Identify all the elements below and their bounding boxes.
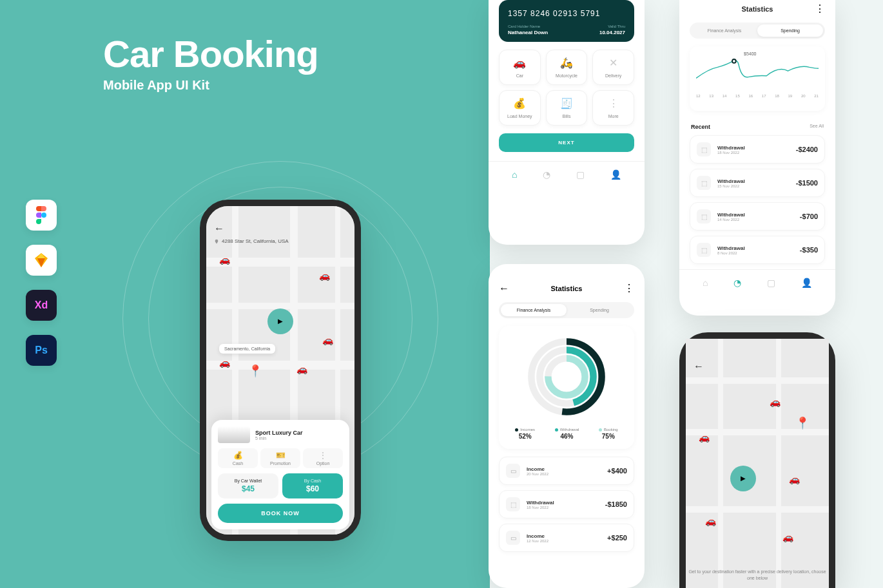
transaction-row[interactable]: ▭Income20 Nov 2022+$400 (499, 457, 634, 485)
withdrawal-icon: ⬚ (506, 497, 520, 511)
nav-stats-icon[interactable]: ◔ (733, 278, 741, 288)
cash-option[interactable]: 💰Cash (218, 448, 258, 468)
map-screen: ← 🚗 🚗 🚗 🚗 🚗 📍 Get to your destination fa… (679, 332, 835, 588)
transaction-row[interactable]: ⬚Withdrawal18 Nov 2022-$1850 (499, 490, 634, 518)
book-now-button[interactable]: BOOK NOW (218, 504, 343, 523)
tool-icons: Xd Ps (26, 200, 57, 366)
service-delivery[interactable]: ✕Delivery (592, 50, 634, 85)
location-label: Sacramento, California (219, 344, 275, 354)
tab-spending[interactable]: Spending (567, 304, 632, 316)
back-arrow-icon[interactable]: ← (214, 223, 224, 234)
see-all-link[interactable]: See All (810, 124, 824, 130)
destination-pin-icon[interactable]: 📍 (248, 364, 262, 378)
withdrawal-icon: ⬚ (697, 142, 711, 156)
wallet-screen: 1357 8246 02913 5791 Card Holder NameVal… (489, 0, 645, 245)
car-marker-icon: 🚗 (699, 432, 710, 442)
nav-profile-icon[interactable]: 👤 (610, 169, 621, 180)
card-expiry: 10.04.2027 (599, 30, 625, 35)
bottom-nav: ⌂ ◔ ▢ 👤 (679, 269, 835, 293)
tab-spending[interactable]: Spending (757, 24, 823, 37)
hero-title: Car Booking Mobile App UI Kit (103, 32, 318, 93)
credit-card[interactable]: 1357 8246 02913 5791 Card Holder NameVal… (499, 0, 634, 42)
booking-card: Sport Luxury Car 5 min 💰Cash 🎫Promotion … (211, 420, 349, 529)
address-text: 4288 Star St, California, USA (222, 238, 289, 244)
xd-icon: Xd (26, 290, 57, 321)
back-arrow-icon[interactable]: ← (694, 361, 704, 372)
service-bills[interactable]: 🧾Bills (546, 90, 588, 126)
card-number: 1357 8246 02913 5791 (508, 9, 625, 18)
subtitle-text: Mobile App UI Kit (103, 78, 318, 93)
title-text: Car Booking (103, 32, 318, 75)
tab-segmented: Finance Analysis Spending (499, 302, 634, 318)
car-marker-icon: 🚗 (219, 357, 230, 368)
transaction-row[interactable]: ⬚Withdrawal18 Nov 2022-$2400 (690, 135, 825, 164)
page-title: Statistics (551, 285, 583, 292)
address-bar[interactable]: 4288 Star St, California, USA (214, 238, 347, 244)
svg-point-0 (41, 213, 46, 218)
service-more[interactable]: ⋮More (592, 90, 634, 126)
recent-title: Recent (691, 124, 710, 130)
service-car[interactable]: 🚗Car (499, 50, 541, 85)
nav-card-icon[interactable]: ▢ (576, 169, 585, 180)
tab-finance-analysis[interactable]: Finance Analysis (501, 304, 567, 316)
phone-booking-screen: ← 4288 Star St, California, USA 🚗 🚗 🚗 🚗 … (200, 200, 361, 541)
more-icon[interactable]: ⋮ (624, 282, 634, 294)
nav-home-icon[interactable]: ⌂ (512, 169, 517, 180)
car-marker-icon: 🚗 (319, 270, 330, 281)
withdrawal-icon: ⬚ (697, 209, 711, 223)
car-marker-icon: 🚗 (219, 254, 230, 265)
service-load-money[interactable]: 💰Load Money (499, 90, 541, 126)
chart-peak-value: $5400 (744, 52, 756, 56)
tab-segmented: Finance Analysis Spending (690, 23, 825, 39)
withdrawal-icon: ⬚ (697, 243, 711, 257)
wallet-price[interactable]: By Car Wallet$45 (218, 473, 278, 498)
transaction-row[interactable]: ▭Income12 Nov 2022+$250 (499, 524, 634, 552)
transaction-row[interactable]: ⬚Withdrawal15 Nov 2022-$1500 (690, 169, 825, 197)
service-motorcycle[interactable]: 🛵Motorcycle (546, 50, 588, 85)
nav-card-icon[interactable]: ▢ (767, 278, 775, 288)
nav-home-icon[interactable]: ⌂ (703, 278, 708, 288)
photoshop-icon: Ps (26, 335, 57, 366)
current-location-pin[interactable] (267, 308, 293, 334)
card-holder: Nathaneal Down (508, 30, 548, 35)
bottom-nav: ⌂ ◔ ▢ 👤 (489, 161, 645, 185)
nav-stats-icon[interactable]: ◔ (543, 169, 550, 180)
statistics-spending-screen: ← Statistics ⋮ Finance Analysis Spending… (679, 0, 835, 316)
transaction-row[interactable]: ⬚Withdrawal8 Nov 2022-$350 (690, 236, 825, 264)
income-icon: ▭ (506, 464, 520, 478)
svg-point-1 (732, 59, 736, 63)
car-marker-icon: 🚗 (705, 516, 716, 526)
page-title: Statistics (742, 5, 773, 13)
donut-chart-card: Incomes52% Withdrawal46% Booking75% (499, 326, 634, 449)
tab-finance-analysis[interactable]: Finance Analysis (692, 24, 757, 37)
car-eta: 5 min (255, 436, 303, 441)
withdrawal-icon: ⬚ (697, 176, 711, 190)
statistics-analysis-screen: ← Statistics ⋮ Finance Analysis Spending… (489, 264, 645, 588)
figma-icon (26, 200, 57, 231)
promo-text: Get to your destination faster with a pr… (686, 569, 829, 582)
promotion-option[interactable]: 🎫Promotion (260, 448, 300, 468)
more-icon[interactable]: ⋮ (815, 3, 825, 15)
more-option[interactable]: ⋮Option (303, 448, 343, 468)
donut-chart[interactable] (525, 335, 608, 419)
transaction-row[interactable]: ⬚Withdrawal14 Nov 2022-$700 (690, 202, 825, 231)
car-marker-icon: 🚗 (322, 335, 333, 345)
car-name: Sport Luxury Car (255, 430, 303, 436)
back-icon[interactable]: ← (499, 283, 509, 294)
spending-chart[interactable]: $5400 12131415161718192021 (690, 46, 825, 111)
sketch-icon (26, 245, 57, 276)
income-icon: ▭ (506, 531, 520, 545)
car-marker-icon: 🚗 (782, 532, 793, 542)
cash-price[interactable]: By Cash$60 (282, 473, 343, 498)
car-image (218, 426, 250, 443)
next-button[interactable]: NEXT (499, 133, 634, 152)
back-icon[interactable]: ← (690, 3, 700, 15)
nav-profile-icon[interactable]: 👤 (801, 278, 812, 288)
destination-pin-icon[interactable]: 📍 (795, 416, 810, 430)
car-marker-icon: 🚗 (296, 364, 307, 374)
car-marker-icon: 🚗 (789, 474, 800, 484)
map-background[interactable] (686, 339, 829, 588)
current-location-pin[interactable] (730, 466, 756, 491)
car-marker-icon: 🚗 (770, 397, 781, 407)
